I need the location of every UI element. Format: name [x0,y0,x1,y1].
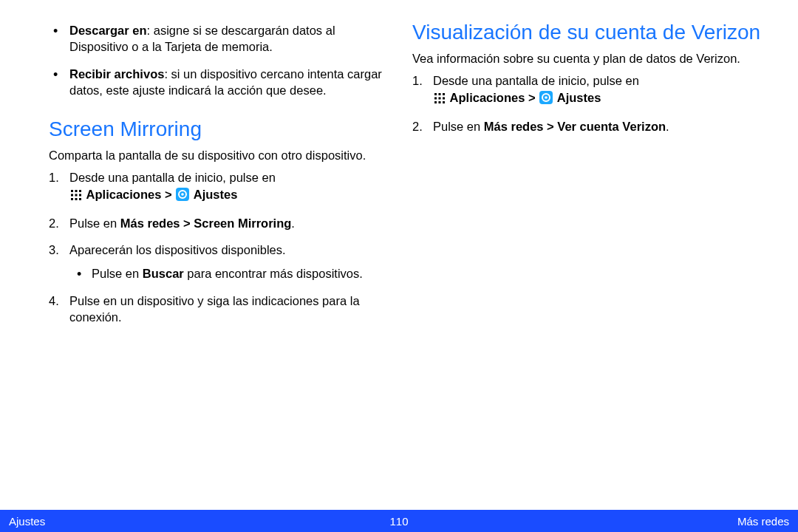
svg-rect-14 [434,97,437,99]
svg-rect-2 [79,190,81,192]
svg-rect-18 [439,101,441,103]
step-text: Aparecerán los dispositivos disponibles. [69,243,286,256]
svg-rect-0 [71,190,73,192]
steps-list: Desde una pantalla de inicio, pulse en A… [28,169,386,325]
bullet-title: Descargar en [69,24,147,37]
sub-bullet: Pulse en Buscar para encontrar más dispo… [92,265,386,282]
step-bold: Más redes > Ver cuenta Verizon [484,120,666,133]
step-bold: Más redes > Screen Mirroring [120,216,292,230]
apps-grid-icon [434,92,446,108]
step-1: Desde una pantalla de inicio, pulse en A… [412,72,770,108]
footer-right: Más redes [737,515,789,528]
step-text-post: . [291,216,295,230]
svg-rect-6 [71,198,73,200]
svg-rect-19 [443,101,445,103]
step-2: Pulse en Más redes > Screen Mirroring. [49,215,386,231]
step-4: Pulse en un dispositivo y siga las indic… [49,293,386,326]
svg-rect-16 [443,97,445,99]
two-column-layout: Descargar en: asigne si se descargarán d… [28,21,770,335]
bullet-title: Recibir archivos [69,67,164,81]
step-1: Desde una pantalla de inicio, pulse en A… [49,169,386,205]
section-heading-screen-mirroring: Screen Mirroring [28,117,386,141]
bullet-descargar: Descargar en: asigne si se descargarán d… [69,22,386,55]
svg-rect-5 [79,194,81,196]
left-column: Descargar en: asigne si se descargarán d… [28,21,386,335]
svg-rect-7 [75,198,78,200]
section-description: Comparta la pantalla de su dispositivo c… [28,147,386,163]
apps-grid-icon [70,188,82,205]
step-text: Pulse en un dispositivo y siga las indic… [69,294,360,324]
page-footer: Ajustes 110 Más redes [0,510,798,532]
ajustes-label: Ajustes [194,188,238,201]
step-3: Aparecerán los dispositivos disponibles.… [49,242,386,282]
right-column: Visualización de su cuenta de Verizon Ve… [412,21,770,335]
step-sub-bullets: Pulse en Buscar para encontrar más dispo… [69,265,386,282]
manual-page: Descargar en: asigne si se descargarán d… [0,0,798,532]
step-text: Pulse en [69,216,120,230]
settings-gear-icon [176,188,189,201]
apps-label: Aplicaciones > [450,91,539,104]
step-text: Desde una pantalla de inicio, pulse en [69,171,276,184]
step-text-post: . [666,120,669,133]
feature-bullets: Descargar en: asigne si se descargarán d… [28,22,386,98]
svg-rect-8 [79,198,81,200]
svg-point-10 [181,193,184,196]
step-text: Desde una pantalla de inicio, pulse en [433,74,639,87]
sub-bullet-pre: Pulse en [92,267,143,280]
svg-rect-13 [443,93,445,95]
svg-rect-1 [75,190,78,192]
svg-rect-11 [434,93,437,95]
ajustes-label: Ajustes [557,91,601,104]
sub-bullet-post: para encontrar más dispositivos. [184,267,363,280]
page-number: 110 [389,515,408,528]
svg-rect-15 [439,97,441,99]
section-heading-verizon: Visualización de su cuenta de Verizon [412,21,770,44]
svg-rect-3 [71,194,73,196]
sub-bullet-bold: Buscar [143,267,184,280]
svg-point-21 [545,96,548,99]
apps-label: Aplicaciones > [86,188,176,201]
bullet-recibir: Recibir archivos: si un dispositivo cerc… [69,66,386,99]
step-text: Pulse en [433,120,484,133]
svg-rect-12 [439,93,441,95]
steps-list: Desde una pantalla de inicio, pulse en A… [412,72,770,134]
footer-left: Ajustes [9,515,45,528]
svg-rect-17 [434,101,437,103]
svg-rect-4 [75,194,78,196]
section-description: Vea información sobre su cuenta y plan d… [412,50,770,66]
settings-gear-icon [539,91,553,104]
step-2: Pulse en Más redes > Ver cuenta Verizon. [412,118,770,134]
